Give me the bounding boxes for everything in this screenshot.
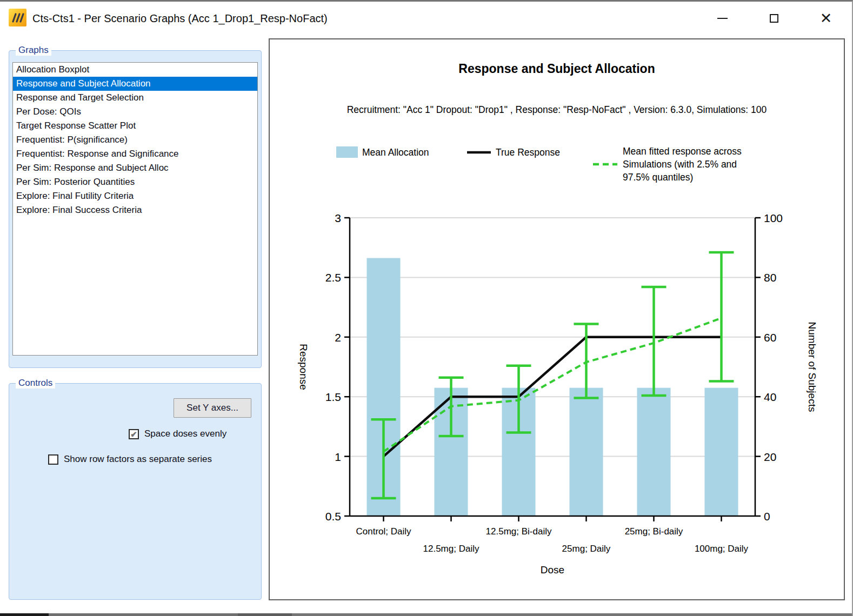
space-doses-evenly-label: Space doses evenly [144, 428, 226, 439]
show-row-factors-label: Show row factors as separate series [64, 454, 212, 465]
minimize-icon [717, 18, 728, 19]
graphs-list-item[interactable]: Allocation Boxplot [13, 63, 257, 77]
chart-title: Response and Subject Allocation [458, 62, 655, 76]
show-row-factors-checkbox[interactable] [48, 454, 58, 465]
quantile-error-bars [371, 252, 734, 498]
close-icon: ✕ [820, 11, 832, 26]
svg-text:2: 2 [335, 331, 341, 344]
graphs-list-item[interactable]: Per Dose: QOIs [13, 105, 257, 119]
allocation-bars [367, 258, 738, 516]
svg-text:1: 1 [335, 451, 341, 463]
svg-text:60: 60 [764, 331, 776, 344]
chart-panel: Response and Subject AllocationRecruitme… [269, 38, 845, 600]
space-doses-evenly-checkbox[interactable]: ✔ [129, 429, 139, 439]
maximize-icon [770, 14, 778, 23]
legend-bar-label: Mean Allocation [362, 147, 429, 158]
svg-text:2.5: 2.5 [325, 271, 341, 284]
titlebar: Cts-Cts1 - Per Scenario Graphs (Acc 1_Dr… [0, 2, 852, 35]
svg-text:12.5mg; Daily: 12.5mg; Daily [423, 544, 479, 554]
minimize-button[interactable] [710, 6, 734, 30]
graphs-list-item[interactable]: Frequentist: P(significance) [13, 133, 257, 147]
svg-text:20: 20 [764, 451, 776, 463]
svg-text:12.5mg; Bi-daily: 12.5mg; Bi-daily [486, 526, 552, 537]
graphs-list-item[interactable]: Explore: Final Success Criteria [13, 203, 257, 217]
graphs-groupbox: Graphs Allocation BoxplotResponse and Su… [9, 50, 262, 368]
legend-fitted-label: Simulations (with 2.5% and [623, 159, 737, 170]
left-axis-title: Response [298, 344, 309, 390]
svg-text:25mg; Daily: 25mg; Daily [562, 544, 611, 554]
axes [344, 218, 761, 521]
controls-groupbox: Controls Set Y axes... ✔ Space doses eve… [9, 383, 262, 600]
graphs-groupbox-label: Graphs [16, 45, 51, 56]
taskbar-edge [0, 613, 852, 616]
app-window: Cts-Cts1 - Per Scenario Graphs (Acc 1_Dr… [0, 0, 853, 616]
allocation-bar [570, 388, 603, 516]
graphs-list-item[interactable]: Target Response Scatter Plot [13, 119, 257, 133]
graphs-list-item[interactable]: Response and Target Selection [13, 91, 257, 105]
svg-text:40: 40 [764, 391, 776, 403]
graphs-list-item[interactable]: Per Sim: Response and Subject Alloc [13, 161, 257, 175]
svg-text:100: 100 [764, 212, 783, 224]
close-button[interactable]: ✕ [814, 6, 838, 30]
app-logo-icon [9, 9, 26, 26]
svg-text:0: 0 [764, 510, 770, 523]
svg-text:100mg; Daily: 100mg; Daily [695, 544, 749, 554]
left-axis-tick-labels: 32.521.510.5 [325, 212, 341, 523]
chart-legend: Mean AllocationTrue ResponseMean fitted … [336, 146, 742, 183]
x-axis-title: Dose [541, 564, 564, 575]
svg-text:Control; Daily: Control; Daily [356, 526, 411, 537]
right-axis-title: Number of Subjects [807, 322, 818, 412]
legend-line-label: True Response [496, 147, 560, 158]
response-allocation-chart: Response and Subject AllocationRecruitme… [270, 39, 844, 599]
set-y-axes-button[interactable]: Set Y axes... [174, 398, 251, 418]
controls-groupbox-label: Controls [16, 378, 55, 389]
dose-category-labels: Control; Daily12.5mg; Daily12.5mg; Bi-da… [356, 526, 748, 554]
maximize-button[interactable] [762, 6, 786, 30]
svg-text:1.5: 1.5 [325, 391, 341, 403]
legend-fitted-label: Mean fitted response across [623, 146, 742, 157]
svg-text:3: 3 [335, 212, 341, 224]
svg-text:80: 80 [764, 271, 776, 284]
legend-fitted-label: 97.5% quantiles) [623, 172, 693, 183]
graphs-listbox[interactable]: Allocation BoxplotResponse and Subject A… [12, 62, 258, 356]
right-axis-tick-labels: 100806040200 [764, 212, 783, 523]
graphs-list-item[interactable]: Response and Subject Allocation [13, 77, 257, 91]
svg-text:25mg; Bi-daily: 25mg; Bi-daily [625, 526, 683, 537]
graphs-list-item[interactable]: Frequentist: Response and Significance [13, 147, 257, 161]
allocation-bar [637, 388, 671, 516]
legend-bar-swatch [336, 146, 358, 158]
svg-text:0.5: 0.5 [325, 510, 341, 523]
chart-subtitle: Recruitment: "Acc 1" Dropout: "Drop1" , … [347, 104, 767, 115]
allocation-bar [705, 388, 738, 516]
checkmark-icon: ✔ [130, 430, 137, 438]
graphs-list-item[interactable]: Explore: Final Futility Criteria [13, 189, 257, 203]
window-title: Cts-Cts1 - Per Scenario Graphs (Acc 1_Dr… [32, 2, 328, 35]
graphs-list-item[interactable]: Per Sim: Posterior Quantities [13, 175, 257, 189]
